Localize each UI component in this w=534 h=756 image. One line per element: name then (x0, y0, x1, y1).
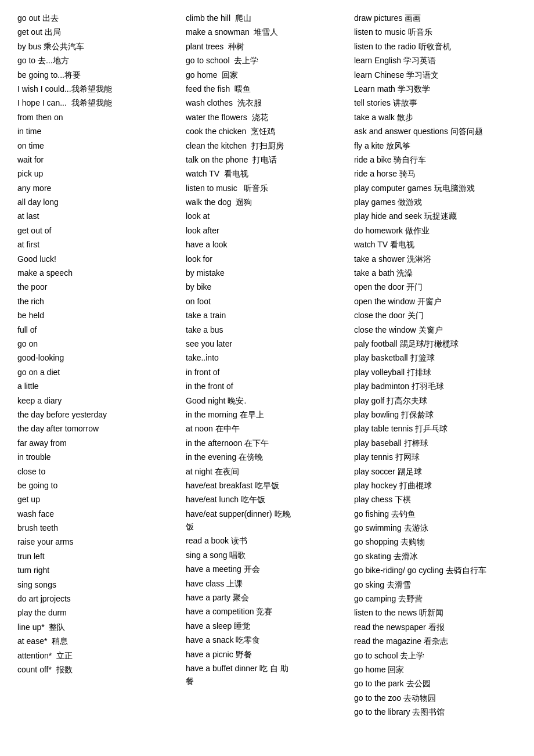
list-item: play hide and seek 玩捉迷藏 (354, 210, 511, 222)
list-item: in the morning 在早上 (186, 408, 342, 421)
list-item: pick up (17, 167, 174, 180)
list-item: line up* 整队 (17, 621, 174, 633)
list-item: a little (17, 380, 174, 393)
list-item: the poor (17, 280, 174, 293)
list-item: play tennis 打网球 (354, 451, 511, 463)
list-item: get up (17, 493, 174, 506)
list-item: go to school 去上学 (354, 649, 511, 662)
list-item: fly a kite 放风筝 (354, 139, 511, 152)
list-item: have class 上课 (186, 577, 342, 590)
list-item: wash clothes 洗衣服 (186, 96, 342, 109)
list-item: look for (186, 253, 342, 265)
list-item: paly football 踢足球/打橄榄球 (354, 337, 511, 350)
list-item: at noon 在中午 (186, 422, 342, 435)
list-item: from then on (17, 111, 174, 124)
list-item: attention* 立正 (17, 649, 174, 662)
column-2: climb the hill 爬山make a snowman 堆雪人plant… (180, 12, 348, 719)
list-item: at night 在夜间 (186, 465, 342, 478)
list-item: have/eat supper(dinner) 吃晚 饭 (186, 507, 342, 534)
list-item: read the newspaper 看报 (354, 621, 511, 633)
list-item: in front of (186, 366, 342, 379)
list-item: learn Chinese 学习语文 (354, 69, 511, 81)
list-item: read the magazine 看杂志 (354, 635, 511, 647)
list-item: in the evening 在傍晚 (186, 451, 342, 463)
list-item: I wish I could...我希望我能 (17, 82, 174, 95)
list-item: have a picnic 野餐 (186, 648, 342, 661)
list-item: go to 去...地方 (17, 54, 174, 67)
list-item: be going to...将要 (17, 69, 174, 81)
list-item: read a book 读书 (186, 534, 342, 547)
list-item: have a party 聚会 (186, 591, 342, 604)
list-item: go to school 去上学 (186, 54, 342, 67)
list-item: play chess 下棋 (354, 493, 511, 506)
list-item: listen to music 听音乐 (186, 182, 342, 195)
list-item: sing songs (17, 578, 174, 591)
main-content: go out 出去get out 出局by bus 乘公共汽车go to 去..… (17, 12, 517, 719)
list-item: wait for (17, 153, 174, 166)
list-item: talk on the phone 打电话 (186, 153, 342, 166)
list-item: at last (17, 210, 174, 222)
list-item: look at (186, 210, 342, 222)
list-item: Learn math 学习数学 (354, 82, 511, 95)
list-item: play golf 打高尔夫球 (354, 394, 511, 407)
list-item: go swimming 去游泳 (354, 521, 511, 534)
list-item: in the front of (186, 380, 342, 393)
list-item: play bowling 打保龄球 (354, 408, 511, 421)
list-item: make a snowman 堆雪人 (186, 26, 342, 38)
list-item: sing a song 唱歌 (186, 549, 342, 561)
list-item: close the window 关窗户 (354, 323, 511, 336)
list-item: play hockey 打曲棍球 (354, 479, 511, 492)
list-item: at first (17, 238, 174, 251)
list-item: clean the kitchen 打扫厨房 (186, 139, 342, 152)
list-item: brush teeth (17, 521, 174, 534)
list-item: open the door 开门 (354, 280, 511, 293)
list-item: get out of (17, 224, 174, 237)
list-item: trun left (17, 550, 174, 563)
list-item: take a train (186, 309, 342, 322)
list-item: feed the fish 喂鱼 (186, 82, 342, 95)
list-item: climb the hill 爬山 (186, 12, 342, 24)
list-item: go to the park 去公园 (354, 677, 511, 690)
list-item: do homework 做作业 (354, 224, 511, 237)
list-item: the day after tomorrow (17, 422, 174, 435)
list-item: take..into (186, 351, 342, 364)
list-item: at ease* 稍息 (17, 635, 174, 647)
list-item: learn English 学习英语 (354, 54, 511, 67)
list-item: play computer games 玩电脑游戏 (354, 182, 511, 195)
list-item: play the durm (17, 606, 174, 619)
list-item: all day long (17, 196, 174, 208)
list-item: turn right (17, 564, 174, 577)
list-item: count off* 报数 (17, 663, 174, 676)
list-item: be held (17, 309, 174, 322)
list-item: go shopping 去购物 (354, 535, 511, 548)
list-item: look after (186, 224, 342, 237)
list-item: play soccer 踢足球 (354, 465, 511, 478)
list-item: go sking 去滑雪 (354, 578, 511, 591)
list-item: cook the chicken 烹饪鸡 (186, 125, 342, 138)
list-item: go home 回家 (354, 663, 511, 676)
list-item: go home 回家 (186, 69, 342, 81)
list-item: by mistake (186, 267, 342, 279)
list-item: take a bath 洗澡 (354, 267, 511, 279)
list-item: play volleyball 打排球 (354, 366, 511, 379)
list-item: in the afternoon 在下午 (186, 437, 342, 449)
list-item: tell stories 讲故事 (354, 96, 511, 109)
list-item: take a walk 散步 (354, 111, 511, 124)
list-item: take a bus (186, 323, 342, 336)
list-item: listen to music 听音乐 (354, 26, 511, 38)
list-item: have a meeting 开会 (186, 563, 342, 575)
list-item: play basketball 打篮球 (354, 351, 511, 364)
list-item: go out 出去 (17, 12, 174, 24)
list-item: the rich (17, 295, 174, 308)
list-item: far away from (17, 437, 174, 449)
list-item: ask and answer questions 问答问题 (354, 125, 511, 138)
list-item: any more (17, 182, 174, 195)
list-item: full of (17, 323, 174, 336)
list-item: watch TV 看电视 (186, 167, 342, 180)
list-item: ride a bike 骑自行车 (354, 153, 511, 166)
list-item: play table tennis 打乒乓球 (354, 422, 511, 435)
list-item: be going to (17, 479, 174, 492)
list-item: take a shower 洗淋浴 (354, 253, 511, 265)
list-item: by bus 乘公共汽车 (17, 40, 174, 53)
list-item: I hope I can... 我希望我能 (17, 96, 174, 109)
